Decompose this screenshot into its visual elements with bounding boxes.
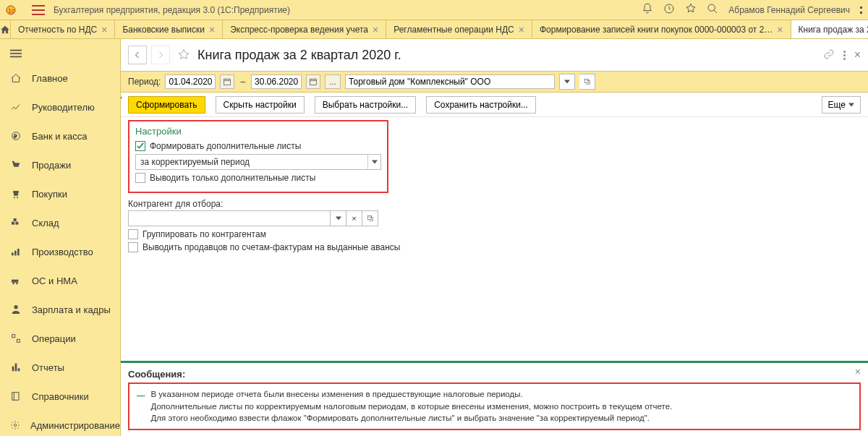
calendar-icon[interactable]	[306, 74, 320, 89]
organization-select[interactable]	[345, 74, 555, 89]
user-name[interactable]: Абрамов Геннадий Сергеевич	[728, 5, 850, 15]
search-icon[interactable]	[707, 3, 718, 17]
tab-vat-regops[interactable]: Регламентные операции НДС×	[386, 20, 532, 38]
checkbox-sellers-advance[interactable]	[128, 242, 138, 252]
sidebar-menu-icon[interactable]	[0, 43, 120, 64]
sidebar-item-main[interactable]: Главное	[0, 64, 120, 93]
checkbox-label: Выводить продавцов по счетам-фактурам на…	[142, 242, 400, 252]
app-title: Бухгалтерия предприятия, редакция 3.0 (1…	[54, 5, 290, 15]
period-picker-button[interactable]: ...	[325, 74, 341, 89]
tab-label: Банковские выписки	[122, 25, 205, 35]
close-icon[interactable]: ×	[373, 25, 378, 35]
link-icon[interactable]	[823, 48, 835, 62]
svg-point-10	[17, 197, 18, 198]
checkbox-only-extra[interactable]	[135, 173, 145, 183]
hamburger-icon[interactable]	[32, 5, 45, 15]
close-messages-icon[interactable]: ×	[855, 366, 861, 377]
svg-rect-21	[12, 335, 15, 338]
generate-button[interactable]: Сформировать	[128, 96, 205, 114]
date-from-input[interactable]	[165, 74, 216, 89]
svg-rect-27	[224, 80, 231, 85]
tab-label: Экспресс-проверка ведения учета	[230, 25, 368, 35]
sidebar-item-label: Банк и касса	[32, 131, 88, 142]
open-org-icon[interactable]	[579, 74, 595, 90]
sidebar-item-admin[interactable]: Администрирование	[0, 411, 120, 436]
sidebar-item-catalogs[interactable]: Справочники	[0, 382, 120, 411]
messages-panel: × Сообщения: — В указанном периоде отчет…	[121, 363, 868, 436]
svg-point-26	[14, 424, 17, 427]
kontragent-input[interactable]	[128, 210, 331, 226]
close-icon[interactable]: ×	[209, 25, 215, 35]
svg-point-19	[16, 283, 18, 285]
favorite-icon[interactable]	[177, 48, 190, 61]
sidebar-item-label: Склад	[32, 218, 59, 228]
more-vertical-icon[interactable]	[843, 51, 846, 60]
calendar-icon[interactable]	[220, 74, 234, 89]
more-label: Еще	[828, 100, 846, 110]
bell-icon[interactable]	[642, 3, 653, 17]
clear-icon[interactable]: ×	[346, 210, 362, 226]
sidebar-item-sales[interactable]: Продажи	[0, 150, 120, 179]
tab-bank-statements[interactable]: Банковские выписки×	[115, 20, 223, 38]
sidebar-item-operations[interactable]: Операции	[0, 324, 120, 353]
dropdown-icon[interactable]	[331, 210, 346, 226]
home-tab[interactable]	[0, 20, 11, 38]
open-icon[interactable]	[362, 210, 378, 226]
dash-icon: —	[137, 390, 145, 424]
sidebar-item-payroll[interactable]: Зарплата и кадры	[0, 295, 120, 324]
svg-rect-15	[14, 251, 17, 256]
dash-separator: –	[240, 77, 245, 87]
svg-rect-23	[12, 367, 14, 372]
sidebar-item-label: Производство	[32, 247, 93, 257]
sidebar-item-assets[interactable]: ОС и НМА	[0, 266, 120, 295]
sidebar-item-label: Отчеты	[32, 362, 64, 373]
save-settings-button[interactable]: Сохранить настройки...	[426, 96, 536, 114]
sidebar-item-label: Зарплата и кадры	[32, 304, 111, 315]
settings-area: Настройки Формировать дополнительные лис…	[121, 117, 868, 258]
checkbox-extra-sheets[interactable]	[135, 141, 145, 151]
close-icon[interactable]: ×	[777, 25, 783, 35]
sidebar: Главное Руководителю ₽Банк и касса Прода…	[0, 39, 121, 436]
settings-box: Настройки Формировать дополнительные лис…	[128, 120, 388, 193]
svg-rect-29	[584, 80, 588, 83]
sidebar-item-manager[interactable]: Руководителю	[0, 93, 120, 121]
history-icon[interactable]	[663, 3, 675, 17]
tabs-bar: Отчетность по НДС× Банковские выписки× Э…	[0, 20, 868, 39]
sidebar-item-purchases[interactable]: Покупки	[0, 179, 120, 208]
checkbox-group-kontr[interactable]	[128, 229, 138, 239]
svg-rect-22	[17, 339, 20, 342]
svg-point-3	[708, 4, 715, 11]
svg-point-18	[12, 283, 14, 285]
sidebar-item-warehouse[interactable]: Склад	[0, 208, 120, 237]
hide-settings-button[interactable]: Скрыть настройки	[216, 96, 305, 114]
toolbar: Сформировать Скрыть настройки Выбрать на…	[121, 93, 868, 117]
svg-point-9	[14, 197, 15, 198]
choose-settings-button[interactable]: Выбрать настройки...	[315, 96, 416, 114]
close-icon[interactable]: ×	[519, 25, 524, 35]
tab-purchase-book[interactable]: Формирование записей книги покупок 0000-…	[532, 20, 791, 38]
tab-sales-book[interactable]: Книга продаж за 2 квартал 2020 г.×	[791, 20, 868, 38]
sidebar-item-label: ОС и НМА	[32, 275, 77, 286]
dropdown-icon[interactable]	[559, 74, 575, 90]
more-button[interactable]: Еще	[822, 96, 861, 114]
forward-button[interactable]	[151, 46, 170, 64]
close-icon[interactable]: ×	[101, 25, 107, 35]
period-mode-combo[interactable]: за корректируемый период	[135, 154, 381, 170]
chevron-down-icon[interactable]	[367, 155, 380, 169]
user-menu-icon[interactable]	[860, 7, 862, 14]
page-header: Книга продаж за 2 квартал 2020 г. ×	[121, 39, 868, 71]
svg-rect-25	[18, 368, 20, 371]
sidebar-item-production[interactable]: Производство	[0, 237, 120, 266]
close-page-icon[interactable]: ×	[854, 48, 861, 61]
star-icon[interactable]	[685, 3, 697, 17]
sidebar-item-reports[interactable]: Отчеты	[0, 353, 120, 382]
date-to-input[interactable]	[251, 74, 302, 89]
tab-express-check[interactable]: Экспресс-проверка ведения учета×	[223, 20, 386, 38]
tab-label: Отчетность по НДС	[18, 25, 97, 35]
main-content: Книга продаж за 2 квартал 2020 г. × Пери…	[121, 39, 868, 436]
svg-rect-31	[367, 216, 371, 220]
tab-vat-reporting[interactable]: Отчетность по НДС×	[11, 20, 115, 38]
svg-rect-24	[15, 364, 17, 372]
sidebar-item-bank[interactable]: ₽Банк и касса	[0, 121, 120, 150]
back-button[interactable]	[128, 46, 147, 64]
